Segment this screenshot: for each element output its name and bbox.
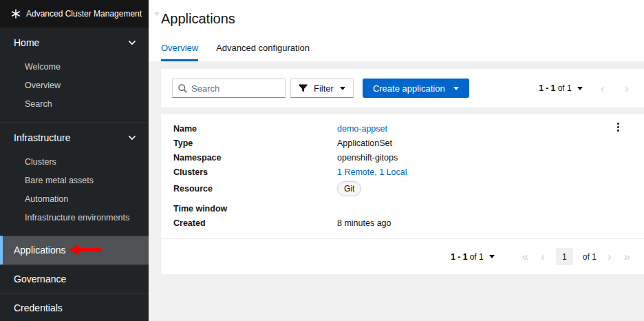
sidebar-sublist-infrastructure: Clusters Bare metal assets Automation In… [0,153,149,236]
previous-page-button[interactable]: ‹ [599,83,606,94]
create-application-label: Create application [373,83,445,94]
main-content: Applications Overview Advanced configura… [149,0,644,321]
bottom-pagination: 1 - 1 of 1 « ‹ of 1 › » [161,239,644,274]
applications-toolbar: Filter Create application 1 - 1 of 1 ‹ › [161,69,644,107]
detail-label: Namespace [173,153,337,163]
search-icon [178,84,187,93]
detail-row-resource: Resource Git [161,179,644,198]
current-page-input[interactable] [556,248,573,265]
top-pagination: 1 - 1 of 1 ‹ › [539,83,630,94]
detail-row-time-window: Time window [161,201,644,216]
pagination-options-toggle[interactable]: 1 - 1 of 1 [451,252,494,262]
detail-label: Created [173,218,337,228]
sidebar-item-automation[interactable]: Automation [0,190,149,209]
pagination-of: of 1 [558,83,572,93]
pagination-range: 1 - 1 [539,83,555,93]
page-body: Filter Create application 1 - 1 of 1 ‹ › [149,61,644,321]
pagination-options-toggle[interactable]: 1 - 1 of 1 [539,83,582,93]
create-application-button[interactable]: Create application [363,79,469,98]
pagination-range: 1 - 1 [451,252,467,262]
detail-row-namespace: Namespace openshift-gitops [161,150,644,165]
filter-dropdown[interactable]: Filter [290,79,354,98]
sidebar-item-welcome[interactable]: Welcome [0,58,149,76]
annotation-arrow [69,245,101,258]
chevron-down-icon [128,135,136,141]
sidebar-group-home: Home Welcome Overview Search [0,28,149,122]
detail-row-created: Created 8 minutes ago [161,216,644,230]
clusters-link[interactable]: 1 Remote, 1 Local [337,167,407,177]
perspective-switcher[interactable]: Advanced Cluster Management [0,0,149,28]
caret-down-icon [577,87,583,90]
application-name-link[interactable]: demo-appset [337,124,387,134]
detail-label: Name [173,124,337,134]
filter-label: Filter [314,83,334,94]
acm-logo-icon [11,9,21,19]
application-details-card: Name demo-appset Type ApplicationSet Nam… [161,114,644,274]
sidebar-item-infrastructure[interactable]: Infrastructure [0,122,149,153]
previous-page-button[interactable]: ‹ [539,251,546,262]
detail-label: Time window [173,204,337,214]
detail-row-clusters: Clusters 1 Remote, 1 Local [161,165,644,179]
sidebar-item-overview[interactable]: Overview [0,76,149,95]
page-title: Applications [161,11,235,27]
tab-advanced-configuration[interactable]: Advanced configuration [216,43,310,61]
detail-label: Clusters [173,167,337,177]
search-input[interactable] [191,83,279,94]
last-page-button[interactable]: » [623,251,632,262]
page-of-label: of 1 [583,252,597,262]
filter-icon [299,84,308,92]
detail-value: openshift-gitops [337,153,398,163]
detail-label: Resource [173,184,337,194]
page-header: Applications Overview Advanced configura… [149,0,644,61]
detail-value: ApplicationSet [337,138,392,148]
first-page-button[interactable]: « [521,251,530,262]
sidebar-group-infrastructure: Infrastructure Clusters Bare metal asset… [0,122,149,236]
sidebar-item-credentials[interactable]: Credentials [0,293,149,321]
kebab-menu-icon[interactable] [614,120,622,134]
sidebar-item-infrastructure-environments[interactable]: Infrastructure environments [0,209,149,227]
caret-down-icon [489,255,495,258]
sidebar-item-bare-metal-assets[interactable]: Bare metal assets [0,172,149,190]
tab-overview[interactable]: Overview [161,43,198,61]
search-box [172,79,286,98]
chevron-down-icon [128,40,136,45]
caret-down-icon [340,87,345,90]
sidebar-item-search[interactable]: Search [0,95,149,114]
detail-row-name: Name demo-appset [161,121,644,136]
detail-row-type: Type ApplicationSet [161,136,644,150]
next-page-button[interactable]: › [606,251,613,262]
sidebar-group-label: Infrastructure [14,132,70,143]
caret-down-icon [453,87,459,90]
sidebar-sublist-home: Welcome Overview Search [0,58,149,122]
sidebar-group-label: Home [14,37,39,48]
sidebar-item-clusters[interactable]: Clusters [0,153,149,172]
resource-badge: Git [337,181,361,196]
pagination-of: of 1 [470,252,484,262]
sidebar-nav: Advanced Cluster Management Home Welcome… [0,0,149,321]
perspective-label: Advanced Cluster Management [26,9,142,19]
detail-value: 8 minutes ago [337,218,391,228]
detail-label: Type [173,138,337,148]
tab-bar: Overview Advanced configuration [161,43,310,61]
next-page-button[interactable]: › [623,83,630,94]
sidebar-item-governance[interactable]: Governance [0,265,149,293]
sidebar-item-home[interactable]: Home [0,28,149,58]
caret-down-icon [154,12,160,16]
acm-console: Advanced Cluster Management Home Welcome… [0,0,644,321]
